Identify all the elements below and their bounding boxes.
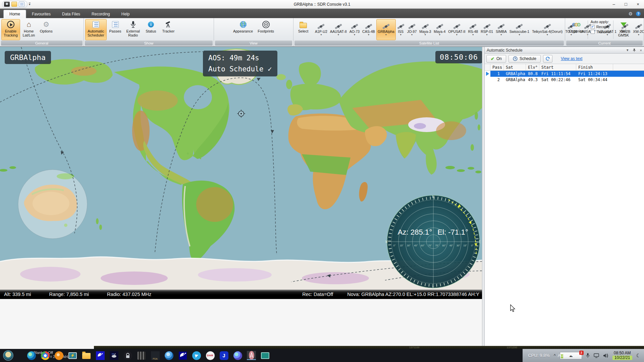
tray-expand-chevron-icon[interactable]: ^ <box>554 353 556 358</box>
satellite-button[interactable]: OPUSAT-II▾ <box>447 19 467 40</box>
speaker-tray-icon[interactable] <box>603 353 608 358</box>
satellite-dish-app-icon[interactable] <box>96 351 105 360</box>
panel-splitter[interactable] <box>482 47 484 349</box>
world-map[interactable]: GRBAlpha AOS: 49m 24s Auto Schedule ✓ 08… <box>0 47 482 299</box>
schedule-row-1[interactable]: 1 GRBAlpha 80.8 Fri 11:11:54 Fri 11:24:1… <box>485 71 644 77</box>
help-icon[interactable]: ? <box>636 11 641 16</box>
settings-gear-icon[interactable]: ⚙ <box>628 11 633 16</box>
svg-text:15°: 15° <box>463 244 467 247</box>
iss-tracker-icon[interactable]: ISS <box>109 351 118 360</box>
remote-desktop-icon[interactable]: ⚡ <box>68 351 77 360</box>
pda-app-icon[interactable]: PDA <box>151 351 160 360</box>
dropdown-icon: ▾ <box>385 34 387 36</box>
auto-apply-label: Auto apply: <box>591 20 610 24</box>
external-radio-button[interactable]: External Radio <box>124 19 142 40</box>
passes-list-icon <box>111 20 119 28</box>
group-label-show: Show <box>85 41 213 46</box>
satellite-button-grbalpha[interactable]: GRBAlpha▾ <box>376 19 396 40</box>
open-folder-icon[interactable] <box>11 2 17 7</box>
edge-icon[interactable] <box>27 351 36 360</box>
organise-button[interactable]: ⚙⚙⚙ Organise <box>567 19 586 40</box>
satellite-icon <box>483 23 491 29</box>
transmit-label: Transmit <box>596 30 610 34</box>
svg-text:15°: 15° <box>400 244 404 247</box>
satellite-button[interactable]: AO-73▾ <box>348 19 361 40</box>
receive-checkbox-row[interactable]: ✔ Receive <box>591 25 610 29</box>
satellite-button[interactable]: AAUSAT-II▾ <box>329 19 348 40</box>
edge-beta-icon[interactable] <box>233 351 242 360</box>
compass-east-label: E <box>479 240 481 244</box>
satellite-button[interactable]: Maya-4▾ <box>432 19 447 40</box>
night-light-icon[interactable]: ☾ <box>636 353 641 359</box>
satellite-button[interactable]: Maya-3▾ <box>418 19 432 40</box>
refresh-button[interactable] <box>543 55 552 63</box>
tab-favourites[interactable]: Favourites <box>26 10 56 18</box>
view-as-text-link[interactable]: View as text <box>561 56 582 61</box>
satellite-button[interactable]: Swisscube-1▾ <box>508 19 531 40</box>
enable-tracking-button[interactable]: Enable Tracking <box>1 19 20 40</box>
tracker-button[interactable]: Tracker <box>160 19 177 40</box>
dropdown-icon: ▾ <box>519 34 520 36</box>
schedule-button[interactable]: Schedule <box>508 55 541 63</box>
chrome-icon[interactable] <box>41 351 50 360</box>
home-latlon-button[interactable]: ⌂ Home Lat/Lon <box>20 19 38 40</box>
clock-icon <box>513 56 518 61</box>
snapshot-icon[interactable] <box>4 2 10 7</box>
satellite-button[interactable]: SIMBA▾ <box>494 19 508 40</box>
schedule-row-2[interactable]: 2 GRBAlpha 49.3 Sat 00:22:46 Sat 00:34:4… <box>485 77 644 83</box>
panel-close-icon[interactable]: × <box>640 48 642 52</box>
tab-home[interactable]: Home <box>3 10 26 18</box>
file-explorer-icon[interactable] <box>82 351 91 360</box>
satellite-icon <box>453 23 461 29</box>
footprints-button[interactable]: Footprints <box>255 19 276 40</box>
group-label-current: Current <box>566 41 643 46</box>
dropdown-icon: ▾ <box>472 34 474 36</box>
automatic-scheduler-button[interactable]: Automatic Scheduler <box>85 19 107 40</box>
tab-help[interactable]: Help <box>116 10 136 18</box>
tray-clock[interactable]: 08:50 AM 10/22/21 <box>612 351 632 360</box>
satellite-dish-icon[interactable] <box>178 351 187 360</box>
system-monitor-icon[interactable] <box>261 351 270 360</box>
transmit-checkbox[interactable] <box>591 30 595 34</box>
satellite-button[interactable]: ISS▾ <box>396 19 406 40</box>
dhr-app-icon[interactable]: DHR <box>206 351 215 360</box>
start-button[interactable] <box>3 350 13 361</box>
j-app-icon[interactable]: J <box>219 351 228 360</box>
microphone-tray-icon[interactable] <box>586 353 590 358</box>
status-button[interactable]: i Status <box>142 19 160 40</box>
passes-button[interactable]: Passes <box>107 19 124 40</box>
automatic-schedule-panel: Automatic Schedule ▾ × ✔ On Schedule Vie… <box>484 47 644 349</box>
satellite-button[interactable]: JO-97▾ <box>406 19 418 40</box>
receive-checkbox[interactable]: ✔ <box>591 25 595 29</box>
satellite-button[interactable]: RSP-01▾ <box>479 19 494 40</box>
options-button[interactable]: ⚙ Options <box>38 19 55 40</box>
panel-pin-icon[interactable] <box>633 48 636 52</box>
schedule-on-button[interactable]: ✔ On <box>486 55 506 63</box>
sdr-console-active-icon[interactable] <box>247 351 256 360</box>
transmit-checkbox-row[interactable]: Transmit <box>591 30 610 34</box>
satellite-orb-icon[interactable] <box>164 351 173 360</box>
close-button[interactable]: × <box>632 0 644 8</box>
svg-text:30°: 30° <box>407 244 411 247</box>
tab-recording[interactable]: Recording <box>86 10 116 18</box>
satellite-button[interactable]: TeikyoSat-4(Ooruri)▾ <box>531 19 564 40</box>
satellite-button[interactable]: CAS-4B▾ <box>361 19 376 40</box>
maximize-button[interactable]: □ <box>620 0 632 8</box>
minimize-button[interactable]: – <box>608 0 620 8</box>
thunderbird-icon[interactable] <box>54 351 63 360</box>
satellite-button[interactable]: A1P-U2▾ <box>314 19 329 40</box>
nova-tracking-readout: Nova: GRBAlpha AZ:270.0 EL:+15.0 RR:1.70… <box>347 292 479 297</box>
select-satellites-button[interactable]: Select <box>296 19 311 40</box>
tab-data-files[interactable]: Data Files <box>56 10 86 18</box>
notes-icon[interactable] <box>19 2 24 7</box>
audio-mixer-icon[interactable] <box>137 351 146 360</box>
telegram-icon[interactable] <box>192 351 201 360</box>
display-tray-icon[interactable] <box>594 353 599 358</box>
satellite-button[interactable]: RS-48▾ <box>467 19 479 40</box>
panel-chevron-down-icon[interactable]: ▾ <box>627 48 629 52</box>
record-status: Rec: Data=Off <box>302 292 333 297</box>
mode-button[interactable]: 9k6GMSK <box>615 19 632 40</box>
appearance-button[interactable]: Appearance <box>231 19 255 40</box>
keepass-icon[interactable] <box>123 351 132 360</box>
compass-elevation-value: El: -71.1° <box>437 228 468 236</box>
